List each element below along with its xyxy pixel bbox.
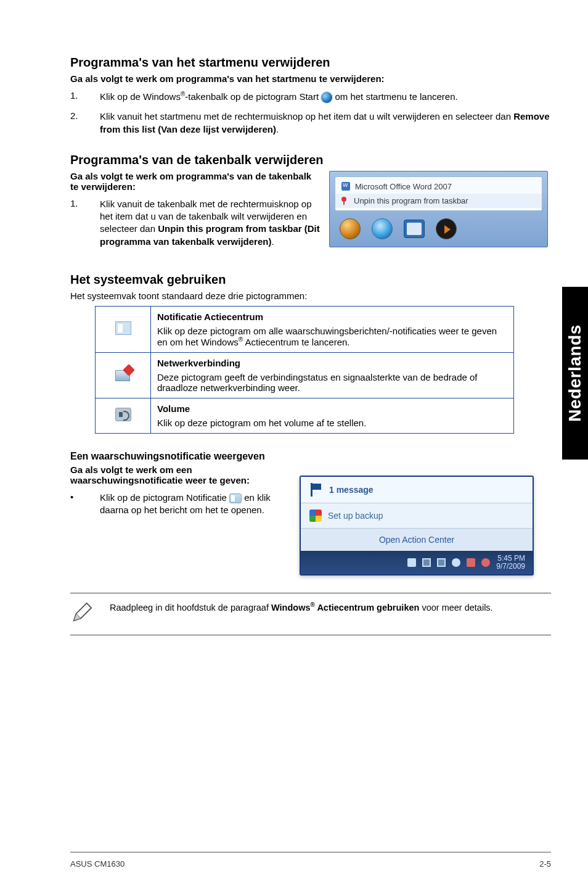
- jumplist-screenshot: Microsoft Office Word 2007 Unpin this pr…: [329, 171, 548, 247]
- section-remove-taskbar: Programma's van de takenbalk verwijderen…: [70, 153, 551, 255]
- popup-open-link: Open Action Center: [301, 529, 533, 551]
- popup-backup-row: Set up backup: [301, 503, 533, 529]
- popup-tray: 5:45 PM 9/7/2009: [301, 551, 533, 574]
- network-icon: [115, 368, 131, 381]
- intro-startmenu: Ga als volgt te werk om programma's van …: [70, 73, 551, 84]
- notification-flag-icon: [229, 493, 242, 503]
- note-box: Raadpleeg in dit hoofdstuk de paragraaf …: [70, 593, 551, 635]
- flag-icon: [309, 483, 323, 497]
- pencil-icon: [70, 601, 95, 626]
- tray-arrow-icon: [407, 558, 416, 567]
- section-systray: Het systeemvak gebruiken Het systeemvak …: [70, 273, 551, 434]
- intro-warning: Ga als volgt te werk om een waarschuwing…: [70, 464, 292, 485]
- tray-network2-icon: [437, 558, 446, 567]
- heading-startmenu: Programma's van het startmenu verwijdere…: [70, 56, 551, 70]
- step-2: 2. Klik vanuit het startmenu met de rech…: [70, 110, 551, 136]
- step-1: 1. Klik op de Windows®-takenbalk op de p…: [70, 90, 551, 103]
- shield-icon: [309, 510, 322, 522]
- taskbar-icons: [335, 216, 542, 242]
- table-row: Volume Klik op deze pictogram om het vol…: [96, 398, 514, 433]
- section-remove-startmenu: Programma's van het startmenu verwijdere…: [70, 56, 551, 136]
- heading-taskbar: Programma's van de takenbalk verwijderen: [70, 153, 551, 167]
- side-language-tab: Nederlands: [562, 287, 588, 460]
- unpin-icon: [341, 197, 349, 204]
- intro-taskbar: Ga als volgt te werk om programma's van …: [70, 171, 322, 192]
- systray-table: Notificatie Actiecentrum Klik op deze pi…: [95, 306, 514, 434]
- heading-systray: Het systeemvak gebruiken: [70, 273, 551, 287]
- heading-warning: Een waarschuwingsnotificatie weergeven: [70, 451, 551, 462]
- popup-message-row: 1 message: [301, 477, 533, 503]
- footer-divider: [70, 852, 551, 852]
- table-row: Notificatie Actiecentrum Klik op deze pi…: [96, 306, 514, 352]
- explorer-icon: [404, 220, 425, 238]
- media-player-icon: [436, 218, 457, 239]
- action-center-icon: [115, 321, 131, 335]
- table-row: Netwerkverbinding Deze pictogram geeft d…: [96, 352, 514, 398]
- start-orb-icon: [321, 92, 332, 103]
- section-warning-notif: Een waarschuwingsnotificatie weergeven G…: [70, 451, 551, 576]
- action-center-popup: 1 message Set up backup Open Action Cent…: [300, 476, 534, 576]
- jumplist-item-unpin: Unpin this program from taskbar: [335, 194, 542, 208]
- ie-icon: [372, 218, 393, 239]
- footer-left: ASUS CM1630: [70, 859, 125, 868]
- tray-dot-icon: [481, 558, 490, 567]
- intro-systray: Het systeemvak toont standaard deze drie…: [70, 291, 551, 301]
- footer-right: 2-5: [539, 859, 551, 868]
- volume-icon: [115, 408, 131, 421]
- warning-bullet: • Klik op de pictogram Notificatie en kl…: [70, 492, 292, 517]
- jumplist-item-word: Microsoft Office Word 2007: [335, 179, 542, 194]
- tray-flag-icon: [467, 558, 475, 567]
- word-icon: [341, 182, 350, 191]
- taskbar-step-1: 1. Klik vanuit de takenbalk met de recht…: [70, 198, 322, 248]
- tray-network-icon: [422, 558, 431, 567]
- start-button-icon: [340, 218, 361, 239]
- page-footer: ASUS CM1630 2-5: [70, 859, 551, 868]
- tray-volume-icon: [452, 558, 460, 567]
